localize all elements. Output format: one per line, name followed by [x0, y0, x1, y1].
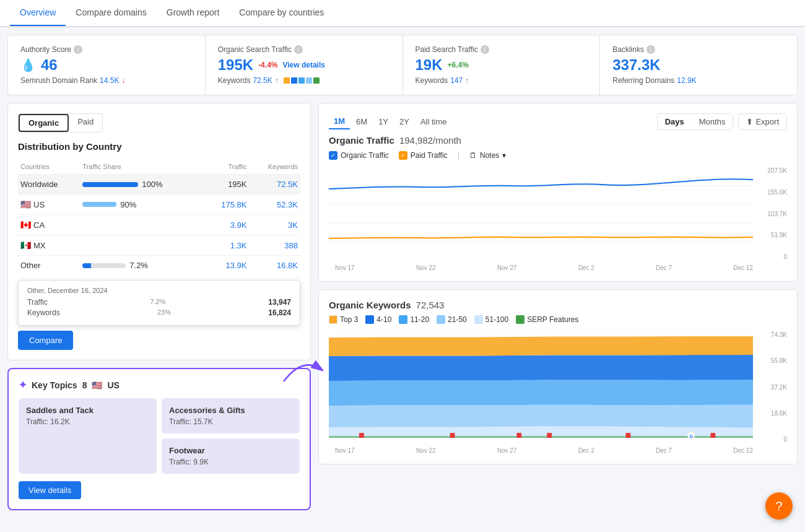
organic-keywords-chart: G 74.3K 55.8K 37.2K 18.6K 0 [329, 331, 787, 445]
kw-y-axis-labels: 74.3K 55.8K 37.2K 18.6K 0 [756, 331, 787, 443]
x-label: Dec 12 [733, 264, 753, 271]
paid-kw-arrow: ↑ [465, 76, 469, 85]
toggle-organic[interactable]: Organic [19, 114, 69, 132]
paid-kw-label: Keywords [416, 76, 448, 85]
months-toggle-btn[interactable]: Months [692, 114, 733, 129]
keywords-value: 388 [250, 235, 301, 256]
time-tab-6m[interactable]: 6M [351, 115, 372, 129]
days-months-toggle: Days Months [657, 113, 734, 130]
legend-51-100-label: 51-100 [485, 315, 508, 324]
tooltip-keywords-value: 16,824 [268, 308, 291, 317]
organic-kw-arrow: ↑ [275, 76, 279, 85]
topic-card-footwear: Footwear Traffic: 9.9K [162, 438, 300, 474]
serp-check[interactable] [516, 315, 524, 324]
traffic-value: 195K [204, 175, 249, 194]
legend-21-50: 21-50 [437, 315, 467, 324]
x-axis-labels: Nov 17 Nov 22 Nov 27 Dec 2 Dec 7 Dec 12 [329, 264, 787, 271]
key-topics-title: Key Topics [32, 380, 77, 390]
export-button[interactable]: ⬆ Export [738, 113, 787, 130]
topic-card-accessories: Accessories & Gifts Traffic: 15.7K [162, 398, 300, 434]
table-row: Worldwide 100% 195K 72.5K [18, 175, 300, 194]
table-row: 🇺🇸US 90% 175.8K 52.3K [18, 194, 300, 215]
legend-notes: 🗒 Notes ▾ [469, 151, 506, 160]
organic-kw-label: Keywords [218, 76, 251, 85]
backlinks-sub-label: Referring Domains [612, 76, 674, 85]
topic-card-saddles: Saddles and Tack Traffic: 16.2K [19, 398, 157, 474]
tab-compare-countries[interactable]: Compare by countries [229, 0, 334, 26]
traffic-value: 3.9K [204, 215, 249, 235]
traffic-value: 1.3K [204, 235, 249, 256]
authority-score-icon: 💧 [20, 58, 36, 72]
organic-traffic-svg [329, 167, 753, 260]
nav-tabs: Overview Compare domains Growth report C… [0, 0, 805, 27]
right-panel: 1M 6M 1Y 2Y All time Days Months ⬆ Expor… [318, 103, 798, 510]
legend-separator: | [458, 150, 459, 160]
traffic-bar-cell: 90% [80, 194, 204, 215]
time-period-tabs: 1M 6M 1Y 2Y All time [329, 114, 452, 129]
11-20-check[interactable] [399, 315, 407, 324]
tooltip-title: Other, December 16, 2024 [27, 287, 291, 294]
notes-dropdown-icon[interactable]: ▾ [502, 151, 506, 160]
y-label: 51.9K [756, 232, 787, 238]
paid-traffic-check[interactable]: ✓ [399, 151, 407, 160]
time-tab-1y[interactable]: 1Y [373, 115, 393, 129]
days-toggle-btn[interactable]: Days [658, 114, 692, 129]
chart-legend: ✓ Organic Traffic ✓ Paid Traffic | 🗒 Not… [329, 150, 787, 160]
keyword-bars [284, 77, 320, 84]
organic-traffic-check[interactable]: ✓ [329, 151, 337, 160]
col-countries: Countries [18, 159, 80, 175]
help-button[interactable]: ? [765, 492, 793, 518]
time-tab-1m[interactable]: 1M [329, 114, 350, 129]
paid-info-icon[interactable]: i [481, 45, 489, 54]
traffic-value: 13.9K [204, 256, 249, 276]
tab-overview[interactable]: Overview [10, 0, 66, 26]
traffic-bar-cell [80, 235, 204, 256]
svg-rect-14 [626, 433, 631, 438]
organic-traffic-chart: 207.5K 155.6K 103.7K 51.9K 0 [329, 167, 787, 262]
view-details-button[interactable]: View details [19, 481, 81, 499]
topic-traffic: Traffic: 16.2K [26, 417, 149, 426]
toggle-paid[interactable]: Paid [69, 114, 102, 132]
keywords-value: 16.8K [250, 256, 301, 276]
legend-serp-label: SERP Features [527, 315, 578, 324]
kw-x-label: Nov 22 [416, 447, 436, 454]
topic-name: Saddles and Tack [26, 406, 149, 415]
organic-traffic-change: -4.4% [258, 61, 277, 69]
organic-traffic-chart-title: Organic Traffic [329, 135, 394, 146]
kw-x-label: Nov 27 [497, 447, 517, 454]
tab-compare-domains[interactable]: Compare domains [66, 0, 156, 26]
organic-traffic-value: 195K [218, 56, 253, 74]
time-tab-2y[interactable]: 2Y [394, 115, 414, 129]
legend-top3: Top 3 [329, 315, 358, 324]
backlinks-info-icon[interactable]: i [646, 45, 655, 54]
traffic-bar-cell: 7.2% [80, 256, 204, 276]
kw-x-axis-labels: Nov 17 Nov 22 Nov 27 Dec 2 Dec 7 Dec 12 [329, 447, 787, 454]
table-row: Other 7.2% 13.9K 16.8K [18, 256, 300, 276]
51-100-check[interactable] [474, 315, 483, 324]
traffic-value: 175.8K [204, 194, 249, 215]
tab-growth-report[interactable]: Growth report [157, 0, 230, 26]
kw-y-label: 74.3K [756, 331, 787, 338]
organic-traffic-card: Organic Search Traffic i 195K -4.4% View… [206, 35, 403, 95]
time-tab-all[interactable]: All time [416, 115, 452, 129]
tooltip-row-keywords: Keywords 23% 16,824 [27, 308, 291, 317]
legend-top3-label: Top 3 [340, 315, 358, 324]
paid-traffic-change: +6.4% [448, 61, 469, 69]
svg-rect-10 [359, 433, 364, 438]
compare-button[interactable]: Compare [18, 331, 73, 350]
y-label: 0 [756, 253, 787, 260]
organic-keywords-chart-card: Organic Keywords 72,543 Top 3 4-10 11-20 [318, 289, 798, 464]
21-50-check[interactable] [437, 315, 445, 324]
organic-info-icon[interactable]: i [294, 45, 303, 54]
legend-11-20-label: 11-20 [410, 315, 429, 324]
key-topics-header: ✦ Key Topics 8 🇺🇸 US [19, 379, 300, 391]
top3-check[interactable] [329, 315, 337, 324]
4-10-check[interactable] [365, 315, 374, 324]
authority-info-icon[interactable]: i [74, 45, 82, 54]
tooltip-traffic-pct: 7.2% [150, 298, 165, 307]
x-label: Nov 27 [497, 264, 517, 271]
authority-arrow: ↓ [121, 76, 125, 85]
y-axis-labels: 207.5K 155.6K 103.7K 51.9K 0 [756, 167, 787, 260]
country-name: Worldwide [18, 175, 80, 194]
organic-view-details-link[interactable]: View details [282, 61, 324, 69]
